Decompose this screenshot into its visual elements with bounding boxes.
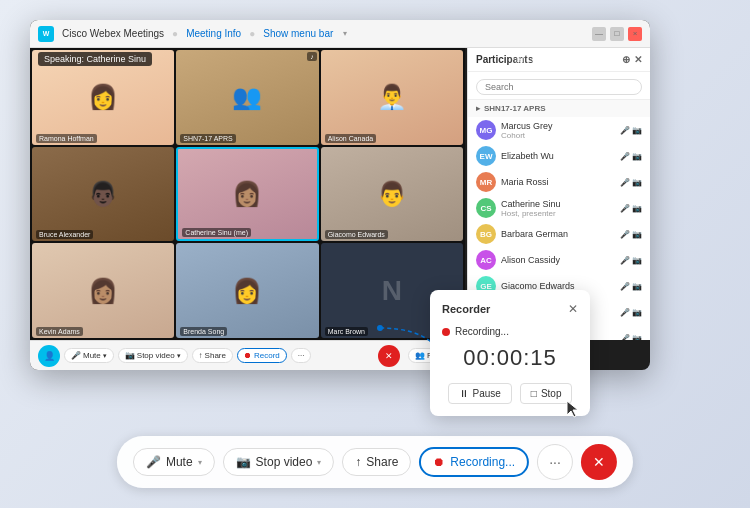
stop-video-button[interactable]: 📷 Stop video ▾ [223,448,335,476]
ellipsis-icon: ··· [549,454,561,470]
inner-mute-btn[interactable]: 🎤 Mute ▾ [64,348,114,363]
recording-status-text: Recording... [455,326,509,337]
mute-button[interactable]: 🎤 Mute ▾ [133,448,215,476]
pause-icon: ⏸ [459,388,469,399]
avatar-1: EW [476,146,496,166]
recording-dot [442,328,450,336]
end-call-icon: ✕ [593,454,605,470]
mute-chevron: ▾ [103,352,107,360]
name-3: Catherine Sinu Host, presenter [501,199,615,218]
share-arrow-icon: ↑ [355,455,361,469]
section-header: ▸ SHN17-17 APRS [468,100,650,117]
show-menu-link[interactable]: Show menu bar [263,28,333,39]
profile-icon[interactable]: 👤 [38,345,60,367]
search-input[interactable] [476,79,642,95]
icons-1: 🎤 📷 [620,152,642,161]
icons-4: 🎤 📷 [620,230,642,239]
mouse-cursor [564,400,584,420]
speaking-banner: Speaking: Catherine Sinu [38,52,152,66]
participant-name-1: Ramona Hoffman [36,134,97,143]
recorder-title-bar: Recorder ✕ [442,302,578,316]
avatar-2: MR [476,172,496,192]
video-grid: 👩 Ramona Hoffman 👥 SHN7-17 APRS ♪ 👨‍💼 Al… [30,48,465,340]
recorder-popup: Recorder ✕ Recording... 00:00:15 ⏸ Pause… [430,290,590,416]
participant-name-5: Catherine Sinu (me) [182,228,251,237]
main-toolbar: 🎤 Mute ▾ 📷 Stop video ▾ ↑ Share ⏺ Record… [117,436,633,488]
participant-name-2: SHN7-17 APRS [180,134,235,143]
avatar-3: CS [476,198,496,218]
end-call-button[interactable]: ✕ [581,444,617,480]
participant-name-7: Kevin Adams [36,327,83,336]
recording-button[interactable]: ⏺ Recording... [419,447,529,477]
inner-record-btn[interactable]: ⏺ Record [237,348,287,363]
participant-item-1[interactable]: EW Elizabeth Wu 🎤 📷 [468,143,650,169]
participant-item-3[interactable]: CS Catherine Sinu Host, presenter 🎤 📷 [468,195,650,221]
pause-button[interactable]: ⏸ Pause [448,383,512,404]
panel-icon-1[interactable]: ⊕ [622,54,630,65]
recorder-title: Recorder [442,303,490,315]
icons-0: 🎤 📷 [620,126,642,135]
title-bar: W Cisco Webex Meetings ● Meeting Info ● … [30,20,650,48]
recorder-close-btn[interactable]: ✕ [568,302,578,316]
video-cell-3: 👨‍💼 Alison Canada [321,50,463,145]
icons-3: 🎤 📷 [620,204,642,213]
meeting-info-link[interactable]: Meeting Info [186,28,241,39]
share-button[interactable]: ↑ Share [342,448,411,476]
inner-more-btn[interactable]: ··· [291,348,312,363]
maximize-button[interactable]: □ [610,27,624,41]
inner-stop-video-btn[interactable]: 📷 Stop video ▾ [118,348,188,363]
video-cell-7: 👩🏽 Kevin Adams [32,243,174,338]
window-controls: — □ × [592,27,642,41]
icons-8: 🎤 📷 [620,334,642,341]
app-title: Cisco Webex Meetings [62,28,164,39]
participant-item-2[interactable]: MR Maria Rossi 🎤 📷 [468,169,650,195]
recording-timer: 00:00:15 [442,345,578,371]
participant-name-9: Marc Brown [325,327,368,336]
section-title: SHN17-17 APRS [484,104,546,113]
share-icon: ↑ [199,351,203,360]
icons-6: 🎤 📷 [620,282,642,291]
svg-point-0 [377,325,383,331]
show-menu-chevron: ▾ [343,29,347,38]
name-1: Elizabeth Wu [501,151,615,161]
participant-name-8: Brenda Song [180,327,227,336]
participant-item-0[interactable]: MG Marcus Grey Cohort 🎤 📷 [468,117,650,143]
name-5: Alison Cassidy [501,255,615,265]
participant-item-5[interactable]: AC Alison Cassidy 🎤 📷 [468,247,650,273]
video-chevron: ▾ [177,352,181,360]
avatar-0: MG [476,120,496,140]
record-circle-icon: ⏺ [433,455,445,469]
panel-search [468,72,650,100]
recording-status: Recording... [442,326,578,337]
more-options-button[interactable]: ··· [537,444,573,480]
stop-video-chevron: ▾ [317,458,321,467]
minimize-button[interactable]: — [592,27,606,41]
mute-chevron: ▾ [198,458,202,467]
video-cell-8: 👩 Brenda Song [176,243,318,338]
video-cell-6: 👨 Giacomo Edwards [321,147,463,242]
record-icon: ⏺ [244,351,252,360]
video-cam-icon: 📷 [236,455,251,469]
mute-icon: 🎤 [71,351,81,360]
participant-name-3: Alison Canada [325,134,377,143]
icons-5: 🎤 📷 [620,256,642,265]
close-button[interactable]: × [628,27,642,41]
title-separator2: ● [249,28,255,39]
icons-7: 🎤 📷 [620,308,642,317]
video-cell-4: 👨🏿 Bruce Alexander [32,147,174,242]
layout-button[interactable]: ⊞ Layout [510,52,560,66]
panel-icon-2[interactable]: ✕ [634,54,642,65]
participant-item-4[interactable]: BG Barbara German 🎤 📷 [468,221,650,247]
app-logo: W [38,26,54,42]
panel-header-icons: ⊕ ✕ [622,54,642,65]
section-chevron: ▸ [476,104,480,113]
name-4: Barbara German [501,229,615,239]
avatar-4: BG [476,224,496,244]
name-2: Maria Rossi [501,177,615,187]
title-separator: ● [172,28,178,39]
participant-name-6: Giacomo Edwards [325,230,388,239]
avatar-5: AC [476,250,496,270]
recorder-buttons: ⏸ Pause □ Stop [442,383,578,404]
stop-icon: □ [531,388,537,399]
inner-share-btn[interactable]: ↑ Share [192,348,233,363]
